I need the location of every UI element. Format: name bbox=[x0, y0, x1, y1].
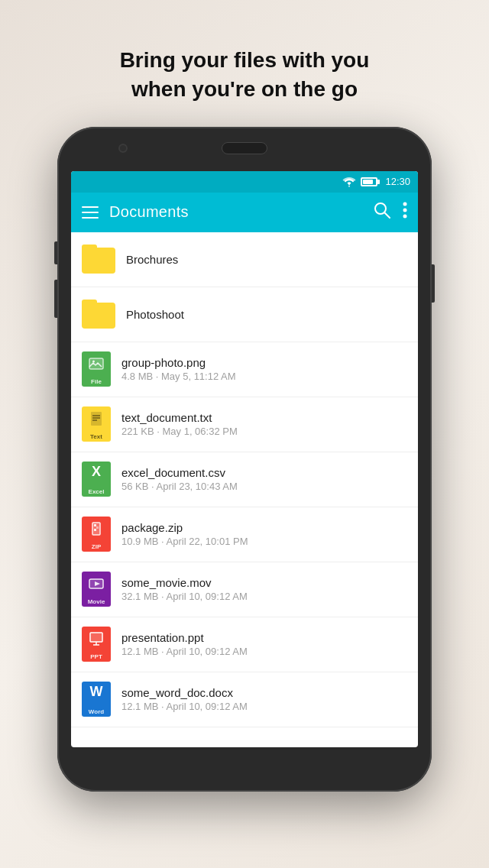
search-button[interactable] bbox=[374, 202, 390, 222]
list-item[interactable]: Movie some_movie.mov 32.1 MB · April 10,… bbox=[71, 562, 418, 617]
file-name: some_word_doc.docx bbox=[121, 686, 407, 699]
file-info: group-photo.png 4.8 MB · May 5, 11:12 AM bbox=[121, 356, 407, 382]
app-bar-actions bbox=[374, 202, 407, 222]
list-item[interactable]: Photoshoot bbox=[71, 287, 418, 342]
battery-icon bbox=[361, 177, 377, 186]
screen: 12:30 Documents bbox=[71, 171, 418, 747]
file-name: package.zip bbox=[121, 521, 407, 534]
battery-fill bbox=[363, 180, 373, 184]
volume-up-button bbox=[54, 241, 57, 264]
status-time: 12:30 bbox=[385, 176, 410, 187]
list-item[interactable]: PPT presentation.ppt 12.1 MB · April 10,… bbox=[71, 617, 418, 672]
list-item[interactable]: Brochures bbox=[71, 232, 418, 287]
front-camera bbox=[118, 144, 128, 153]
list-item[interactable]: X Excel excel_document.csv 56 KB · April… bbox=[71, 452, 418, 507]
tagline-line1: Bring your files with you bbox=[120, 48, 370, 72]
file-name: excel_document.csv bbox=[121, 466, 407, 479]
svg-point-6 bbox=[92, 361, 95, 363]
hamburger-line-1 bbox=[82, 206, 99, 208]
svg-rect-14 bbox=[94, 529, 96, 531]
file-info: some_word_doc.docx 12.1 MB · April 10, 0… bbox=[121, 686, 407, 712]
file-name: group-photo.png bbox=[121, 356, 407, 369]
file-meta: 4.8 MB · May 5, 11:12 AM bbox=[121, 371, 407, 382]
file-name: presentation.ppt bbox=[121, 631, 407, 644]
app-bar: Documents bbox=[71, 193, 418, 232]
svg-rect-17 bbox=[90, 633, 102, 642]
file-info: some_movie.mov 32.1 MB · April 10, 09:12… bbox=[121, 576, 407, 602]
file-meta: 221 KB · May 1, 06:32 PM bbox=[121, 426, 407, 437]
hamburger-line-2 bbox=[82, 212, 99, 213]
list-item[interactable]: File group-photo.png 4.8 MB · May 5, 11:… bbox=[71, 342, 418, 397]
status-icons: 12:30 bbox=[342, 176, 410, 187]
file-meta: 12.1 MB · April 10, 09:12 AM bbox=[121, 701, 407, 712]
file-info: text_document.txt 221 KB · May 1, 06:32 … bbox=[121, 411, 407, 437]
power-button bbox=[432, 264, 435, 303]
menu-button[interactable] bbox=[82, 206, 99, 219]
file-meta: 32.1 MB · April 10, 09:12 AM bbox=[121, 591, 407, 602]
svg-point-2 bbox=[403, 202, 407, 206]
file-info: excel_document.csv 56 KB · April 23, 10:… bbox=[121, 466, 407, 492]
tagline-line2: when you're on the go bbox=[131, 77, 358, 101]
tagline: Bring your files with you when you're on… bbox=[74, 46, 416, 104]
svg-line-1 bbox=[384, 212, 390, 218]
svg-rect-7 bbox=[91, 412, 102, 426]
earpiece bbox=[222, 142, 267, 154]
file-meta: 10.9 MB · April 22, 10:01 PM bbox=[121, 536, 407, 547]
file-meta: 56 KB · April 23, 10:43 AM bbox=[121, 481, 407, 492]
list-item[interactable]: W Word some_word_doc.docx 12.1 MB · Apri… bbox=[71, 672, 418, 727]
status-bar: 12:30 bbox=[71, 171, 418, 193]
file-info: Brochures bbox=[126, 253, 407, 266]
file-info: Photoshoot bbox=[126, 308, 407, 321]
file-info: package.zip 10.9 MB · April 22, 10:01 PM bbox=[121, 521, 407, 547]
wifi-icon bbox=[342, 177, 356, 187]
file-name: Brochures bbox=[126, 253, 407, 266]
svg-rect-13 bbox=[96, 526, 99, 529]
file-name: text_document.txt bbox=[121, 411, 407, 424]
svg-point-3 bbox=[403, 209, 407, 212]
file-name: Photoshoot bbox=[126, 308, 407, 321]
phone-device: 12:30 Documents bbox=[57, 127, 432, 792]
volume-down-button bbox=[54, 280, 57, 318]
list-item[interactable]: ZIP package.zip 10.9 MB · April 22, 10:0… bbox=[71, 507, 418, 562]
app-title: Documents bbox=[109, 203, 363, 221]
file-meta: 12.1 MB · April 10, 09:12 AM bbox=[121, 646, 407, 657]
list-item[interactable]: Text text_document.txt 221 KB · May 1, 0… bbox=[71, 397, 418, 452]
file-info: presentation.ppt 12.1 MB · April 10, 09:… bbox=[121, 631, 407, 657]
phone-body: 12:30 Documents bbox=[57, 127, 432, 792]
svg-rect-12 bbox=[94, 524, 96, 526]
file-name: some_movie.mov bbox=[121, 576, 407, 589]
more-options-button[interactable] bbox=[403, 202, 407, 222]
file-list: Brochures Photoshoot File group-photo.pn… bbox=[71, 232, 418, 727]
hamburger-line-3 bbox=[82, 217, 99, 219]
svg-point-4 bbox=[403, 215, 407, 219]
